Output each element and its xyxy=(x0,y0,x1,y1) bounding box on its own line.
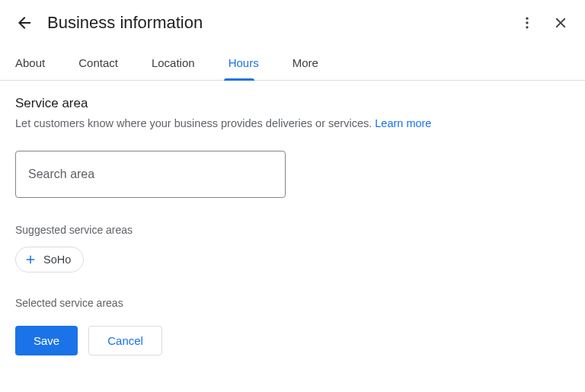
tab-contact[interactable]: Contact xyxy=(74,46,133,80)
search-area-input[interactable] xyxy=(28,167,273,181)
save-button[interactable]: Save xyxy=(15,326,78,355)
section-title: Service area xyxy=(15,96,570,111)
plus-icon xyxy=(24,253,37,266)
tab-hours[interactable]: Hours xyxy=(224,46,274,80)
more-vert-icon[interactable] xyxy=(518,14,536,32)
cancel-button[interactable]: Cancel xyxy=(88,326,162,355)
svg-point-2 xyxy=(526,26,528,28)
tab-more[interactable]: More xyxy=(288,46,334,80)
section-description: Let customers know where your business p… xyxy=(15,117,570,129)
tabs: About Contact Location Hours More xyxy=(0,46,585,81)
svg-point-0 xyxy=(526,18,528,20)
svg-point-1 xyxy=(526,21,528,24)
suggested-areas-label: Suggested service areas xyxy=(15,224,570,236)
section-desc-text: Let customers know where your business p… xyxy=(15,117,375,129)
search-area-box[interactable] xyxy=(15,151,286,198)
tab-location[interactable]: Location xyxy=(147,46,210,80)
selected-areas-label: Selected service areas xyxy=(15,297,570,309)
header-actions xyxy=(518,14,570,32)
tab-about[interactable]: About xyxy=(11,46,60,80)
chip-label: SoHo xyxy=(43,253,71,266)
learn-more-link[interactable]: Learn more xyxy=(375,117,431,129)
suggested-chip-soho[interactable]: SoHo xyxy=(15,247,84,272)
content: Service area Let customers know where yo… xyxy=(0,81,585,371)
back-arrow-icon[interactable] xyxy=(15,14,34,32)
header: Business information xyxy=(0,0,585,46)
button-row: Save Cancel xyxy=(15,326,570,355)
close-icon[interactable] xyxy=(551,14,570,32)
page-title: Business information xyxy=(47,13,518,33)
